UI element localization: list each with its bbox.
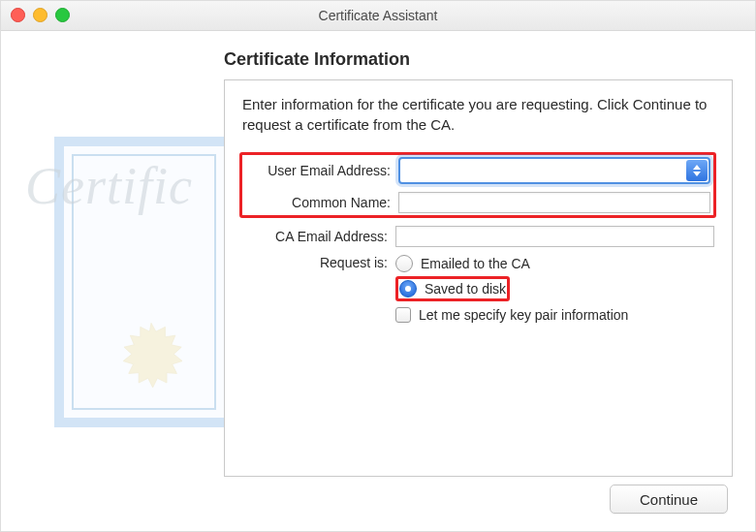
ca-email-field[interactable] bbox=[395, 226, 714, 247]
radio-emailed-label: Emailed to the CA bbox=[421, 256, 530, 271]
radio-icon bbox=[399, 280, 417, 297]
radio-saved-label: Saved to disk bbox=[425, 281, 506, 297]
highlight-email-name: User Email Address: Common Name: bbox=[239, 152, 716, 218]
ca-email-label: CA Email Address: bbox=[242, 229, 395, 244]
zoom-icon[interactable] bbox=[55, 8, 70, 22]
chevron-updown-icon[interactable] bbox=[686, 160, 708, 181]
form-panel: Enter information for the certificate yo… bbox=[224, 79, 733, 477]
certificate-artwork: Certific bbox=[54, 137, 234, 427]
user-email-field[interactable] bbox=[400, 163, 685, 178]
radio-emailed[interactable]: Emailed to the CA bbox=[395, 255, 714, 272]
window-title: Certificate Assistant bbox=[1, 8, 755, 23]
svg-marker-1 bbox=[693, 165, 701, 170]
continue-button-label: Continue bbox=[640, 491, 698, 508]
instructions-text: Enter information for the certificate yo… bbox=[242, 94, 714, 135]
radio-icon bbox=[395, 255, 413, 272]
checkbox-keypair-label: Let me specify key pair information bbox=[419, 307, 628, 323]
radio-saved[interactable]: Saved to disk bbox=[399, 280, 506, 297]
svg-marker-2 bbox=[693, 172, 701, 176]
titlebar: Certificate Assistant bbox=[1, 1, 755, 31]
content-area: Certificate Information Enter informatio… bbox=[224, 49, 731, 477]
svg-marker-0 bbox=[123, 323, 182, 387]
checkbox-icon bbox=[395, 307, 411, 323]
close-icon[interactable] bbox=[11, 8, 25, 22]
request-is-label: Request is: bbox=[242, 255, 395, 270]
user-email-label: User Email Address: bbox=[245, 163, 398, 178]
page-title: Certificate Information bbox=[224, 49, 731, 70]
common-name-label: Common Name: bbox=[245, 195, 398, 210]
continue-button[interactable]: Continue bbox=[610, 485, 728, 514]
common-name-field[interactable] bbox=[398, 192, 710, 213]
user-email-combobox[interactable] bbox=[398, 157, 710, 184]
window-controls bbox=[11, 8, 70, 22]
minimize-icon[interactable] bbox=[33, 8, 47, 22]
window: Certificate Assistant Certific Certifica… bbox=[0, 0, 756, 532]
checkbox-keypair[interactable]: Let me specify key pair information bbox=[395, 307, 714, 323]
